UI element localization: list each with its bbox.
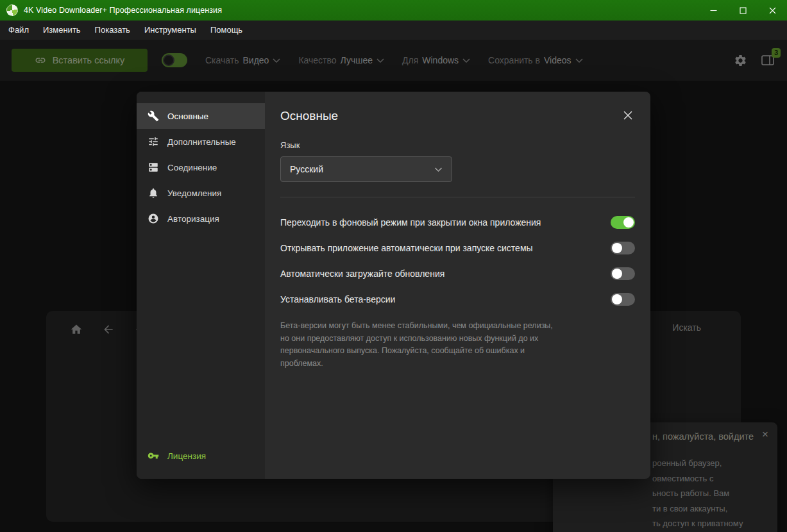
sidebar-item-notifications[interactable]: Уведомления [137, 180, 265, 206]
minimize-button[interactable] [698, 0, 728, 21]
sidebar-item-label: Соединение [167, 163, 217, 172]
sidebar-item-authorization[interactable]: Авторизация [137, 206, 265, 231]
language-label: Язык [280, 140, 635, 150]
settings-dialog: Основные Дополнительные Соединение Уведо… [137, 92, 650, 479]
sidebar-item-license[interactable]: Лицензия [137, 443, 265, 469]
setting-row-beta-versions: Устанавливать бета-версии [280, 287, 635, 312]
person-icon [148, 213, 159, 224]
setting-label: Автоматически загружайте обновления [280, 269, 444, 279]
license-label: Лицензия [167, 451, 206, 461]
window-controls [698, 0, 787, 21]
wrench-icon [148, 110, 159, 122]
close-icon [623, 111, 632, 120]
menu-item-help[interactable]: Помощь [203, 21, 250, 40]
sidebar-item-advanced[interactable]: Дополнительные [137, 129, 265, 154]
maximize-button[interactable] [728, 0, 757, 21]
maximize-icon [740, 7, 747, 14]
beta-versions-toggle[interactable] [611, 293, 635, 306]
app-body: Вставить ссылку Скачать Видео Качество Л… [0, 40, 787, 532]
sliders-icon [148, 136, 159, 147]
close-icon [769, 7, 776, 14]
menubar: Файл Изменить Показать Инструменты Помощ… [0, 21, 787, 40]
sidebar-item-label: Основные [167, 112, 208, 121]
minimize-icon [710, 7, 717, 14]
language-value: Русский [290, 164, 323, 174]
setting-row-auto-updates: Автоматически загружайте обновления [280, 261, 635, 287]
app-logo-icon [6, 4, 18, 16]
menu-item-file[interactable]: Файл [1, 21, 36, 40]
sidebar-item-label: Дополнительные [167, 137, 236, 147]
beta-note: Бета-версии могут быть менее стабильными… [280, 320, 564, 370]
autostart-toggle[interactable] [611, 242, 635, 254]
menu-item-view[interactable]: Показать [88, 21, 137, 40]
setting-row-background-mode: Переходить в фоновый режим при закрытии … [280, 210, 635, 235]
app-window: 4K Video Downloader+ Профессиональная ли… [0, 0, 787, 532]
menu-item-tools[interactable]: Инструменты [137, 21, 203, 40]
titlebar: 4K Video Downloader+ Профессиональная ли… [0, 0, 787, 21]
key-icon [148, 450, 159, 461]
sidebar-item-label: Авторизация [167, 214, 219, 224]
setting-label: Переходить в фоновый режим при закрытии … [280, 217, 541, 228]
settings-title: Основные [280, 92, 635, 123]
setting-label: Устанавливать бета-версии [280, 294, 395, 304]
close-window-button[interactable] [757, 0, 787, 21]
menu-item-edit[interactable]: Изменить [36, 21, 88, 40]
setting-label: Открывать приложение автоматически при з… [280, 243, 533, 253]
chevron-down-icon [434, 167, 443, 172]
auto-updates-toggle[interactable] [611, 267, 635, 280]
settings-sidebar: Основные Дополнительные Соединение Уведо… [137, 92, 265, 479]
window-title: 4K Video Downloader+ Профессиональная ли… [24, 6, 222, 15]
divider [280, 197, 635, 197]
settings-close-button[interactable] [621, 108, 635, 122]
server-icon [148, 162, 159, 173]
settings-content: Основные Язык Русский Переходить в фонов… [265, 92, 650, 479]
sidebar-item-label: Уведомления [167, 188, 221, 198]
toggle-rows: Переходить в фоновый режим при закрытии … [280, 210, 635, 312]
bell-icon [148, 187, 159, 199]
background-mode-toggle[interactable] [611, 216, 635, 229]
language-select[interactable]: Русский [280, 156, 452, 182]
sidebar-item-connection[interactable]: Соединение [137, 154, 265, 180]
setting-row-autostart: Открывать приложение автоматически при з… [280, 235, 635, 261]
sidebar-item-general[interactable]: Основные [137, 103, 265, 129]
